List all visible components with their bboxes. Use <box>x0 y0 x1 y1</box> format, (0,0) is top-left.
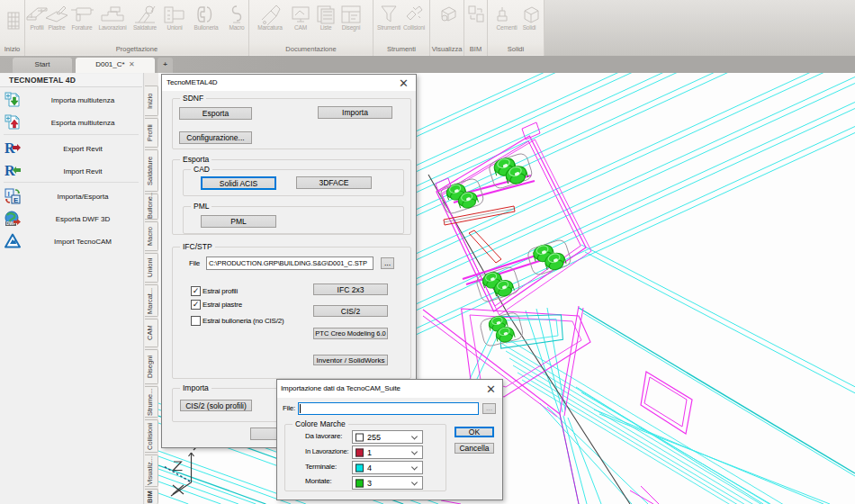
svg-text:I: I <box>8 189 10 197</box>
svg-text:E: E <box>14 195 19 203</box>
